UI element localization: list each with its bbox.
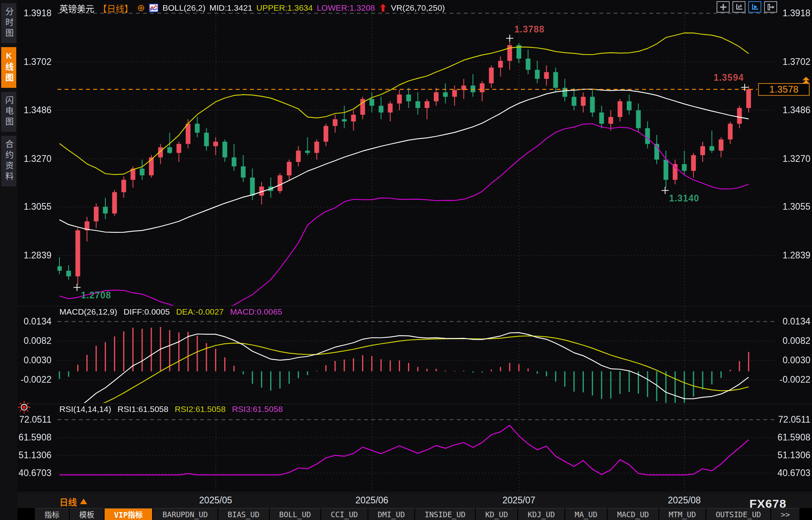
axis-label: 1.3270 bbox=[12, 154, 51, 164]
axis-label: 40.6703 bbox=[767, 468, 810, 478]
tab-指标[interactable]: 指标 bbox=[35, 508, 70, 520]
boll-upper-value: UPPER:1.3634 bbox=[256, 3, 313, 13]
tab-BOLL_UD[interactable]: BOLL_UD bbox=[270, 508, 321, 520]
triangle-up-icon bbox=[80, 499, 87, 504]
sidebar-item-contract-info[interactable]: 合约资料 bbox=[1, 136, 16, 186]
pan-crosshair-icon[interactable] bbox=[717, 1, 730, 13]
macd-dea-value: DEA:-0.0027 bbox=[176, 307, 224, 317]
axis-label: 61.5908 bbox=[767, 432, 810, 443]
axis-play-icon[interactable] bbox=[748, 1, 761, 13]
axis-label: 0.0030 bbox=[767, 355, 810, 366]
high-price-annotation: 1.3788 bbox=[515, 24, 545, 35]
symbol-name: 英镑美元 bbox=[59, 2, 94, 14]
axis-label: 72.0511 bbox=[12, 414, 51, 425]
axis-label: 0.0030 bbox=[12, 355, 51, 366]
tab-模板[interactable]: 模板 bbox=[70, 508, 105, 520]
axis-label: 51.1306 bbox=[767, 450, 810, 461]
tab-INSIDE_UD[interactable]: INSIDE_UD bbox=[415, 508, 476, 520]
tab-KDJ_UD[interactable]: KDJ_UD bbox=[518, 508, 565, 520]
axis-label: -0.0022 bbox=[12, 374, 51, 385]
axis-label: 0.0134 bbox=[12, 316, 51, 327]
start-low-annotation: 1.2708 bbox=[81, 290, 111, 301]
crosshair-circle-icon[interactable]: ⊕ bbox=[137, 4, 145, 12]
month-label: 2025/08 bbox=[668, 495, 701, 506]
axis-label: 1.3486 bbox=[767, 105, 810, 116]
macd-macd-value: MACD:0.0065 bbox=[230, 307, 282, 317]
month-label: 2025/07 bbox=[502, 495, 535, 506]
month-label: 2025/05 bbox=[199, 495, 232, 506]
macd-name: MACD(26,12,9) bbox=[59, 307, 117, 317]
tab-KD_UD[interactable]: KD_UD bbox=[476, 508, 518, 520]
trading-app-window: 分时图 K线图 闪电图 合约资料 英镑美元 【日线】 ⊕ BOLL(26,2) … bbox=[0, 0, 812, 520]
rsi-pane-header: RSI(14,14,14) RSI1:61.5058 RSI2:61.5058 … bbox=[59, 404, 283, 414]
alert-beacon-icon bbox=[17, 400, 31, 416]
period-selector-label: 日线 bbox=[59, 495, 77, 508]
macd-diff-value: DIFF:0.0005 bbox=[124, 307, 170, 317]
tab-MA_UD[interactable]: MA_UD bbox=[565, 508, 608, 520]
rsi1-value: RSI1:61.5058 bbox=[118, 404, 168, 414]
sidebar-item-kline-chart[interactable]: K线图 bbox=[1, 47, 16, 88]
axis-label: 72.0511 bbox=[767, 414, 810, 425]
tab-CCI_UD[interactable]: CCI_UD bbox=[321, 508, 368, 520]
axis-label: 1.3055 bbox=[767, 201, 810, 212]
axis-label: 1.3702 bbox=[767, 57, 810, 67]
rsi-name: RSI(14,14,14) bbox=[59, 404, 111, 414]
tab-BARUPDN_UD[interactable]: BARUPDN_UD bbox=[153, 508, 218, 520]
sidebar-item-time-chart[interactable]: 分时图 bbox=[1, 3, 16, 43]
tab-MACD_UD[interactable]: MACD_UD bbox=[608, 508, 659, 520]
red-up-arrow-icon bbox=[379, 3, 387, 13]
axis-label: 1.3918 bbox=[12, 8, 51, 19]
rsi3-value: RSI3:61.5058 bbox=[232, 404, 283, 414]
fx678-watermark: FX678 bbox=[749, 497, 786, 511]
axis-label: 1.2839 bbox=[12, 250, 51, 261]
chart-toolbar bbox=[717, 1, 777, 13]
period-selector[interactable]: 日线 bbox=[59, 495, 87, 508]
axis-label: 1.3270 bbox=[767, 154, 810, 164]
indicator-tab-bar: 指标模板VIP指标BARUPDN_UDBIAS_UDBOLL_UDCCI_UDD… bbox=[17, 508, 812, 520]
chart-header: 英镑美元 【日线】 ⊕ BOLL(26,2) MID:1.3421 UPPER:… bbox=[59, 2, 445, 14]
period-label: 【日线】 bbox=[98, 2, 133, 14]
axis-label: 61.5908 bbox=[12, 432, 51, 443]
axis-scale-icon[interactable] bbox=[732, 1, 745, 13]
axis-label: 1.3486 bbox=[12, 105, 51, 116]
boll-indicator-label: BOLL(26,2) bbox=[162, 3, 206, 13]
macd-pane-header: MACD(26,12,9) DIFF:0.0005 DEA:-0.0027 MA… bbox=[59, 307, 282, 317]
mini-chart-icon bbox=[149, 4, 158, 12]
tab-DMI_UD[interactable]: DMI_UD bbox=[368, 508, 416, 520]
jump-to-latest-icon[interactable] bbox=[764, 1, 777, 13]
boll-lower-value: LOWER:1.3208 bbox=[317, 3, 375, 13]
axis-label: 1.3702 bbox=[12, 57, 51, 67]
price-up-arrow-icon bbox=[801, 76, 811, 88]
tab-MTM_UD[interactable]: MTM_UD bbox=[659, 508, 706, 520]
axis-label: 1.2839 bbox=[767, 250, 810, 261]
month-label: 2025/06 bbox=[355, 495, 388, 506]
axis-label: 0.0082 bbox=[767, 336, 810, 346]
sidebar-item-lightning-chart[interactable]: 闪电图 bbox=[1, 92, 16, 132]
sidebar: 分时图 K线图 闪电图 合约资料 bbox=[0, 0, 17, 520]
july-low-annotation: 1.3140 bbox=[669, 193, 699, 204]
tab-VIP指标[interactable]: VIP指标 bbox=[105, 508, 153, 520]
axis-label: 0.0082 bbox=[12, 336, 51, 346]
rsi2-value: RSI2:61.5058 bbox=[175, 404, 225, 414]
boll-mid-value: MID:1.3421 bbox=[210, 3, 253, 13]
tab-BIAS_UD[interactable]: BIAS_UD bbox=[218, 508, 270, 520]
recent-high-annotation: 1.3594 bbox=[684, 72, 744, 83]
axis-label: -0.0022 bbox=[767, 374, 810, 385]
axis-label: 0.0134 bbox=[767, 316, 810, 327]
vr-indicator-label: VR(26,70,250) bbox=[391, 3, 445, 13]
axis-label: 51.1306 bbox=[12, 450, 51, 461]
axis-label: 40.6703 bbox=[12, 468, 51, 478]
axis-label: 1.3055 bbox=[12, 201, 51, 212]
